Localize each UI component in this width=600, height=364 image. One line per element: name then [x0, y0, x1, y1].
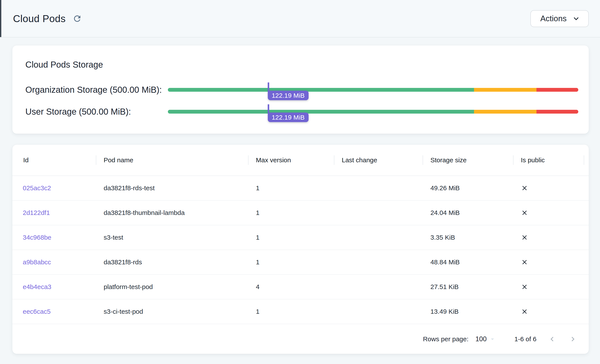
refresh-button[interactable]	[72, 14, 82, 24]
page-title: Cloud Pods	[13, 13, 66, 25]
pod-name-cell: s3-ci-test-pod	[96, 308, 248, 315]
pod-name-cell: da3821f8-thumbnail-lambda	[96, 209, 248, 217]
column-header-is-public: Is public	[513, 156, 589, 164]
storage-size-cell: 49.26 MiB	[423, 184, 513, 192]
chevron-left-icon	[548, 335, 557, 344]
storage-size-cell: 13.49 KiB	[423, 308, 513, 315]
actions-button-label: Actions	[540, 14, 567, 23]
pod-name-cell: da3821f8-rds	[96, 258, 248, 266]
storage-bar-orange-segment	[474, 88, 536, 92]
max-version-cell: 1	[248, 184, 334, 192]
column-header-last-change: Last change	[334, 156, 423, 164]
max-version-cell: 4	[248, 283, 334, 291]
storage-usage-badge: 122.19 MiB	[268, 112, 309, 122]
storage-card-title: Cloud Pods Storage	[25, 60, 103, 70]
user-storage-label: User Storage (500.00 MiB):	[25, 107, 168, 117]
storage-bar-orange-segment	[474, 110, 536, 114]
table-row: eec6cac5 s3-ci-test-pod 1 13.49 KiB	[12, 300, 589, 324]
storage-bar-red-segment	[536, 88, 578, 92]
left-edge-sliver	[0, 0, 1, 37]
cross-icon	[521, 308, 528, 315]
storage-card: Cloud Pods Storage Organization Storage …	[12, 46, 589, 134]
pod-name-cell: da3821f8-rds-test	[96, 184, 248, 192]
pods-table-card: Id Pod name Max version Last change Stor…	[12, 145, 589, 354]
column-separator	[248, 155, 249, 165]
column-separator	[96, 155, 96, 165]
column-header-storage-size: Storage size	[423, 156, 513, 164]
chevron-down-icon	[571, 14, 581, 23]
pod-name-cell: platform-test-pod	[96, 283, 248, 291]
pod-id-link[interactable]: 34c968be	[23, 234, 51, 241]
storage-bar-red-segment	[536, 110, 578, 114]
cross-icon	[521, 283, 528, 291]
max-version-cell: 1	[248, 209, 334, 217]
cross-icon	[521, 234, 528, 241]
user-storage-row: User Storage (500.00 MiB): 122.19 MiB	[25, 107, 578, 117]
max-version-cell: 1	[248, 234, 334, 241]
column-separator	[584, 155, 584, 165]
column-separator	[334, 155, 334, 165]
user-storage-bar: 122.19 MiB	[168, 110, 578, 114]
rows-per-page-label: Rows per page:	[423, 335, 468, 343]
cross-icon	[521, 258, 528, 266]
actions-button[interactable]: Actions	[530, 10, 589, 27]
pod-id-link[interactable]: e4b4eca3	[23, 283, 51, 291]
storage-usage-marker	[268, 82, 269, 91]
organization-storage-label: Organization Storage (500.00 MiB):	[25, 85, 168, 95]
storage-size-cell: 3.35 KiB	[423, 234, 513, 241]
table-pagination: Rows per page: 100 1-6 of 6	[12, 324, 589, 354]
table-row: 34c968be s3-test 1 3.35 KiB	[12, 225, 589, 250]
rows-per-page-select[interactable]: 100	[476, 335, 496, 343]
storage-size-cell: 24.04 MiB	[423, 209, 513, 217]
column-header-max-version: Max version	[248, 156, 334, 164]
max-version-cell: 1	[248, 308, 334, 315]
storage-size-cell: 27.51 KiB	[423, 283, 513, 291]
table-row: a9b8abcc da3821f8-rds 1 48.84 MiB	[12, 250, 589, 275]
storage-usage-marker	[268, 104, 269, 112]
table-row: 025ac3c2 da3821f8-rds-test 1 49.26 MiB	[12, 176, 589, 201]
column-separator	[513, 155, 514, 165]
pod-name-cell: s3-test	[96, 234, 248, 241]
column-header-id: Id	[12, 156, 96, 164]
max-version-cell: 1	[248, 258, 334, 266]
storage-usage-badge: 122.19 MiB	[268, 91, 309, 100]
rows-per-page-value: 100	[476, 335, 487, 343]
page-header: Cloud Pods Actions	[0, 0, 600, 37]
column-header-pod-name: Pod name	[96, 156, 248, 164]
refresh-icon	[72, 14, 82, 23]
storage-bar-green-segment	[168, 110, 474, 114]
pod-id-link[interactable]: 2d122df1	[23, 209, 50, 217]
storage-bar-green-segment	[168, 88, 474, 92]
arrow-dropdown-icon	[487, 335, 496, 343]
pod-id-link[interactable]: eec6cac5	[23, 308, 50, 315]
storage-size-cell: 48.84 MiB	[423, 258, 513, 266]
table-row: e4b4eca3 platform-test-pod 4 27.51 KiB	[12, 275, 589, 300]
chevron-right-icon	[568, 335, 577, 344]
pod-id-link[interactable]: 025ac3c2	[23, 184, 51, 192]
next-page-button[interactable]	[567, 333, 579, 345]
cross-icon	[521, 184, 528, 192]
column-separator	[423, 155, 423, 165]
table-row: 2d122df1 da3821f8-thumbnail-lambda 1 24.…	[12, 201, 589, 225]
pod-id-link[interactable]: a9b8abcc	[23, 258, 51, 266]
previous-page-button[interactable]	[546, 333, 558, 345]
organization-storage-bar: 122.19 MiB	[168, 88, 578, 92]
pagination-range-label: 1-6 of 6	[514, 335, 536, 343]
table-header-row: Id Pod name Max version Last change Stor…	[12, 145, 589, 176]
organization-storage-row: Organization Storage (500.00 MiB): 122.1…	[25, 85, 578, 95]
cross-icon	[521, 209, 528, 217]
table-body: 025ac3c2 da3821f8-rds-test 1 49.26 MiB 2…	[12, 176, 589, 324]
